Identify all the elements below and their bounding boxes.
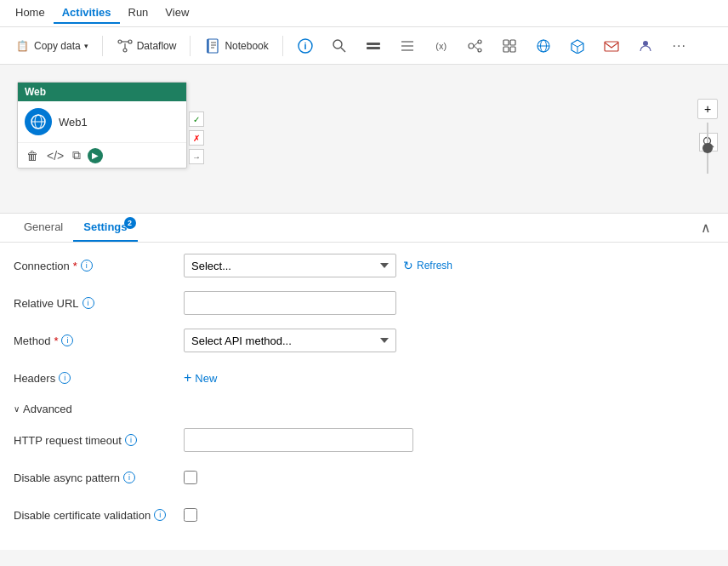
svg-line-33: [577, 43, 583, 47]
notebook-button[interactable]: Notebook: [197, 34, 275, 58]
pipeline-icon: [365, 37, 382, 54]
search-button[interactable]: [324, 34, 355, 58]
svg-line-32: [572, 43, 577, 47]
zoom-in-button[interactable]: +: [697, 99, 718, 119]
disable-cert-checkbox[interactable]: [184, 508, 197, 522]
headers-control-wrap: + New: [184, 367, 714, 389]
svg-point-20: [478, 40, 481, 43]
notebook-icon: [204, 37, 221, 54]
relative-url-control-wrap: [184, 291, 714, 315]
info-button[interactable]: i: [290, 34, 321, 58]
package-button[interactable]: [562, 34, 593, 58]
relative-url-info-icon[interactable]: i: [82, 297, 94, 309]
connection-select[interactable]: Select...: [184, 254, 396, 277]
more-icon: ···: [671, 37, 688, 54]
activity-card-body: Web1: [18, 101, 186, 142]
zoom-controls: +: [697, 73, 718, 177]
connection-required: *: [73, 260, 77, 272]
search-icon: [331, 37, 348, 54]
menu-home[interactable]: Home: [7, 3, 54, 24]
activity-card: Web Web1 🗑 </> ⧉ ▶: [17, 82, 187, 169]
relative-url-row: Relative URL i: [14, 290, 714, 316]
svg-rect-24: [503, 40, 509, 45]
method-label: Method * i: [14, 334, 184, 347]
tab-general[interactable]: General: [14, 214, 73, 242]
relative-url-input[interactable]: [184, 291, 396, 315]
method-select[interactable]: Select API method... GET POST PUT DELETE…: [184, 329, 396, 352]
settings-panel: General Settings 2 ∧ Connection * i Sele…: [0, 214, 728, 550]
disable-async-row: Disable async pattern i: [14, 465, 714, 490]
menu-bar: Home Activities Run View: [0, 0, 728, 27]
toolbar: 📋 Copy data ▾ Dataflow Notebook i: [0, 27, 728, 65]
template-button[interactable]: [494, 34, 525, 58]
dataflow-icon: [117, 37, 134, 54]
svg-rect-26: [503, 47, 509, 52]
disable-async-control-wrap: [184, 471, 714, 484]
card-side-icons: ✓ ✗ →: [189, 111, 204, 164]
email-button[interactable]: [596, 34, 627, 58]
svg-rect-6: [207, 39, 209, 53]
activity-card-actions: 🗑 </> ⧉ ▶: [18, 142, 186, 168]
method-required: *: [54, 334, 58, 347]
code-activity-button[interactable]: </>: [45, 147, 65, 164]
headers-label: Headers i: [14, 372, 184, 385]
more-button[interactable]: ···: [664, 34, 695, 58]
canvas-area: + Web Web1 🗑 </> ⧉ ▶ ✓ ✗ →: [0, 65, 728, 214]
refresh-button[interactable]: ↻ Refresh: [403, 259, 452, 272]
variable-button[interactable]: (x): [426, 34, 457, 58]
completion-condition-button[interactable]: →: [189, 149, 204, 164]
disable-async-info-icon[interactable]: i: [123, 472, 135, 483]
dataflow-button[interactable]: Dataflow: [110, 34, 184, 58]
svg-point-21: [478, 49, 481, 52]
svg-text:i: i: [304, 41, 306, 51]
run-activity-button[interactable]: ▶: [88, 148, 103, 163]
tab-settings[interactable]: Settings 2: [73, 214, 137, 242]
settings-form: Connection * i Select... ↻ Refresh Relat…: [0, 243, 728, 550]
refresh-icon: ↻: [403, 259, 413, 272]
success-condition-button[interactable]: ✓: [189, 111, 204, 127]
http-timeout-control-wrap: [184, 428, 714, 452]
http-timeout-info-icon[interactable]: i: [125, 434, 137, 446]
headers-row: Headers i + New: [14, 365, 714, 391]
package-icon: [569, 37, 586, 54]
disable-async-checkbox[interactable]: [184, 471, 197, 484]
copy-data-button[interactable]: 📋 Copy data ▾: [7, 34, 95, 58]
new-header-button[interactable]: + New: [184, 367, 217, 389]
svg-rect-27: [510, 47, 515, 52]
disable-cert-label: Disable certificate validation i: [14, 509, 184, 522]
method-row: Method * i Select API method... GET POST…: [14, 328, 714, 353]
headers-info-icon[interactable]: i: [59, 372, 71, 384]
disable-cert-info-icon[interactable]: i: [154, 509, 166, 521]
connection-info-icon[interactable]: i: [81, 260, 93, 272]
zoom-thumb[interactable]: [702, 143, 713, 153]
pipeline-button[interactable]: [358, 34, 389, 58]
settings-badge: 2: [124, 217, 136, 229]
advanced-toggle[interactable]: ∨ Advanced: [14, 403, 714, 415]
svg-point-19: [469, 43, 474, 49]
svg-rect-25: [510, 40, 515, 45]
teams-button[interactable]: [630, 34, 661, 58]
globe-button[interactable]: [528, 34, 559, 58]
connections-button[interactable]: [460, 34, 491, 58]
relative-url-label: Relative URL i: [14, 297, 184, 310]
http-timeout-input[interactable]: [184, 428, 413, 452]
info-icon: i: [297, 37, 314, 54]
delete-activity-button[interactable]: 🗑: [25, 147, 40, 164]
list-button[interactable]: [392, 34, 423, 58]
activity-card-header: Web: [18, 83, 186, 101]
svg-line-22: [474, 43, 478, 46]
menu-view[interactable]: View: [156, 3, 197, 24]
menu-activities[interactable]: Activities: [54, 3, 120, 24]
disable-async-label: Disable async pattern i: [14, 472, 184, 484]
connection-label: Connection * i: [14, 260, 184, 272]
copy-data-dropdown-icon: ▾: [84, 42, 88, 50]
copy-data-icon: 📋: [14, 37, 31, 54]
failure-condition-button[interactable]: ✗: [189, 130, 204, 146]
menu-run[interactable]: Run: [120, 3, 157, 24]
panel-collapse-button[interactable]: ∧: [697, 216, 714, 239]
svg-point-2: [123, 49, 127, 52]
toolbar-sep-2: [190, 36, 191, 56]
copy-activity-button[interactable]: ⧉: [71, 146, 82, 164]
method-info-icon[interactable]: i: [61, 334, 73, 346]
http-timeout-row: HTTP request timeout i: [14, 427, 714, 453]
